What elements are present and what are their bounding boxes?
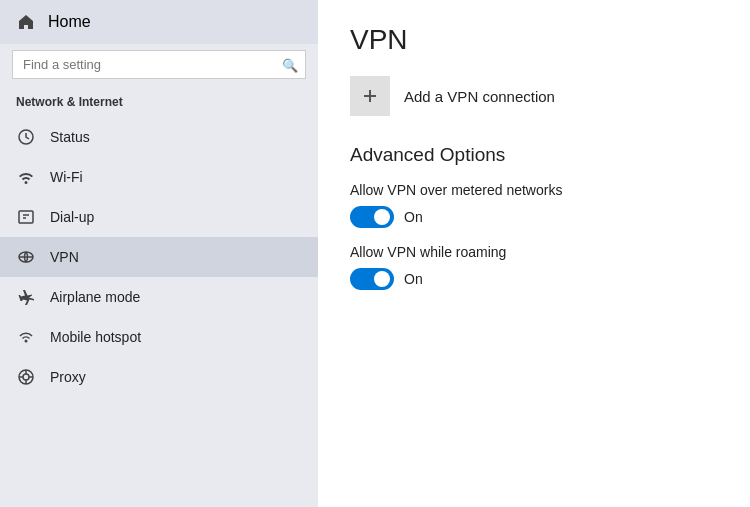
sidebar-item-vpn[interactable]: VPN bbox=[0, 237, 318, 277]
svg-point-3 bbox=[25, 340, 28, 343]
sidebar-item-vpn-label: VPN bbox=[50, 249, 79, 265]
sidebar-item-hotspot-label: Mobile hotspot bbox=[50, 329, 141, 345]
add-vpn-button[interactable]: Add a VPN connection bbox=[350, 76, 718, 116]
toggle-metered-label: Allow VPN over metered networks bbox=[350, 182, 718, 198]
hotspot-icon bbox=[16, 327, 36, 347]
sidebar-item-airplane[interactable]: Airplane mode bbox=[0, 277, 318, 317]
vpn-icon bbox=[16, 247, 36, 267]
toggle-roaming-control: On bbox=[350, 268, 718, 290]
advanced-options-title: Advanced Options bbox=[350, 144, 718, 166]
wifi-icon bbox=[16, 167, 36, 187]
proxy-icon bbox=[16, 367, 36, 387]
sidebar-section-label: Network & Internet bbox=[0, 91, 318, 117]
sidebar-home-button[interactable]: Home bbox=[0, 0, 318, 44]
sidebar-item-status-label: Status bbox=[50, 129, 90, 145]
sidebar: Home 🔍 Network & Internet Status Wi-Fi bbox=[0, 0, 318, 507]
sidebar-item-status[interactable]: Status bbox=[0, 117, 318, 157]
toggle-roaming-switch[interactable] bbox=[350, 268, 394, 290]
sidebar-item-dialup[interactable]: Dial-up bbox=[0, 197, 318, 237]
svg-point-5 bbox=[23, 374, 29, 380]
home-icon bbox=[16, 12, 36, 32]
search-box: 🔍 bbox=[12, 50, 306, 79]
svg-rect-1 bbox=[19, 211, 33, 223]
home-label: Home bbox=[48, 13, 91, 31]
dialup-icon bbox=[16, 207, 36, 227]
sidebar-item-proxy[interactable]: Proxy bbox=[0, 357, 318, 397]
main-panel: VPN Add a VPN connection Advanced Option… bbox=[318, 0, 750, 507]
search-icon: 🔍 bbox=[282, 57, 298, 72]
sidebar-item-dialup-label: Dial-up bbox=[50, 209, 94, 225]
toggle-metered-switch[interactable] bbox=[350, 206, 394, 228]
sidebar-item-airplane-label: Airplane mode bbox=[50, 289, 140, 305]
toggle-roaming-status: On bbox=[404, 271, 423, 287]
toggle-metered-networks-row: Allow VPN over metered networks On bbox=[350, 182, 718, 228]
add-vpn-label: Add a VPN connection bbox=[404, 88, 555, 105]
add-vpn-plus-icon bbox=[350, 76, 390, 116]
sidebar-item-hotspot[interactable]: Mobile hotspot bbox=[0, 317, 318, 357]
sidebar-item-wifi-label: Wi-Fi bbox=[50, 169, 83, 185]
search-input[interactable] bbox=[12, 50, 306, 79]
sidebar-item-proxy-label: Proxy bbox=[50, 369, 86, 385]
airplane-icon bbox=[16, 287, 36, 307]
toggle-metered-status: On bbox=[404, 209, 423, 225]
page-title: VPN bbox=[350, 24, 718, 56]
toggle-roaming-row: Allow VPN while roaming On bbox=[350, 244, 718, 290]
sidebar-item-wifi[interactable]: Wi-Fi bbox=[0, 157, 318, 197]
status-icon bbox=[16, 127, 36, 147]
toggle-roaming-label: Allow VPN while roaming bbox=[350, 244, 718, 260]
toggle-metered-control: On bbox=[350, 206, 718, 228]
